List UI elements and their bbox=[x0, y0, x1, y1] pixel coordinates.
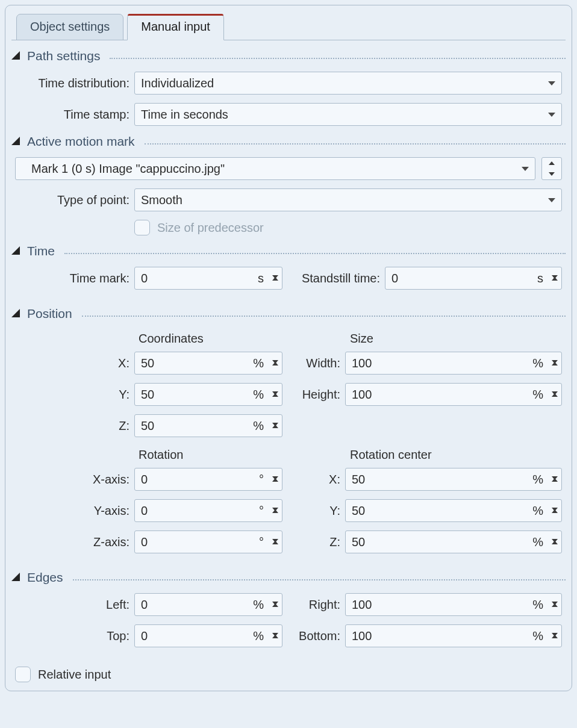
arrow-down-icon bbox=[552, 391, 558, 408]
tab-object-settings[interactable]: Object settings bbox=[16, 14, 123, 40]
rotcenter-x-input[interactable]: 50 % bbox=[345, 468, 562, 491]
step-down-button[interactable] bbox=[552, 543, 558, 556]
standstill-time-input[interactable]: 0 s bbox=[385, 267, 562, 290]
rotcenter-z-input[interactable]: 50 % bbox=[345, 530, 562, 553]
spin-value: 100 bbox=[352, 388, 529, 402]
height-label: Height: bbox=[295, 388, 345, 402]
size-header: Size bbox=[350, 332, 562, 346]
step-down-button[interactable] bbox=[552, 605, 558, 619]
step-down-button[interactable] bbox=[272, 636, 278, 650]
edge-bottom-input[interactable]: 100 % bbox=[345, 624, 562, 647]
relative-input-checkbox[interactable] bbox=[15, 667, 31, 682]
motion-mark-combo[interactable]: Mark 1 (0 s) Image "cappuccino.jpg" bbox=[15, 157, 535, 180]
edge-left-input[interactable]: 0 % bbox=[134, 593, 282, 616]
height-input[interactable]: 100 % bbox=[345, 383, 562, 406]
arrow-up-icon bbox=[549, 161, 555, 165]
spin-unit: % bbox=[253, 356, 266, 370]
spin-value: 50 bbox=[141, 388, 249, 402]
rot-x-label: X-axis: bbox=[15, 473, 134, 487]
spin-value: 50 bbox=[352, 504, 529, 518]
rot-y-label: Y-axis: bbox=[15, 504, 134, 518]
step-down-button[interactable] bbox=[272, 426, 278, 440]
time-mark-input[interactable]: 0 s bbox=[134, 267, 282, 290]
arrow-down-icon bbox=[552, 633, 558, 650]
step-up-button[interactable] bbox=[542, 158, 561, 169]
step-down-button[interactable] bbox=[552, 511, 558, 525]
step-down-button[interactable] bbox=[272, 605, 278, 619]
step-down-button[interactable] bbox=[552, 395, 558, 409]
time-stamp-combo[interactable]: Time in seconds bbox=[134, 103, 562, 126]
arrow-down-icon bbox=[272, 539, 278, 556]
step-down-button[interactable] bbox=[552, 480, 558, 494]
step-down-button[interactable] bbox=[552, 279, 558, 293]
section-path-settings-header[interactable]: Path settings bbox=[11, 49, 566, 63]
step-down-button[interactable] bbox=[272, 543, 278, 556]
rot-y-input[interactable]: 0 ° bbox=[134, 499, 282, 522]
section-position-header[interactable]: Position bbox=[11, 306, 566, 321]
size-of-predecessor-checkbox[interactable] bbox=[134, 220, 150, 235]
divider-dots bbox=[145, 143, 566, 145]
arrow-down-icon bbox=[272, 360, 278, 377]
step-down-button[interactable] bbox=[272, 395, 278, 409]
step-down-button[interactable] bbox=[272, 279, 278, 293]
rotcenter-y-label: Y: bbox=[295, 504, 345, 518]
spin-value: 100 bbox=[352, 598, 529, 612]
section-title: Position bbox=[27, 306, 72, 321]
section-time-header[interactable]: Time bbox=[11, 244, 566, 258]
motion-mark-stepper[interactable] bbox=[541, 157, 562, 180]
coord-x-input[interactable]: 50 % bbox=[134, 352, 282, 375]
step-down-button[interactable] bbox=[272, 511, 278, 525]
spin-value: 0 bbox=[141, 473, 255, 487]
edge-left-label: Left: bbox=[15, 598, 134, 612]
rot-z-input[interactable]: 0 ° bbox=[134, 530, 282, 553]
edge-right-label: Right: bbox=[295, 598, 345, 612]
spin-unit: % bbox=[253, 419, 266, 433]
spin-value: 0 bbox=[141, 535, 255, 549]
spin-value: 50 bbox=[141, 419, 249, 433]
tab-manual-input[interactable]: Manual input bbox=[127, 14, 224, 40]
type-of-point-combo[interactable]: Smooth bbox=[134, 188, 562, 211]
combo-value: Smooth bbox=[141, 193, 182, 207]
arrow-down-icon bbox=[552, 360, 558, 377]
size-of-predecessor-label: Size of predecessor bbox=[157, 221, 264, 235]
divider-dots bbox=[110, 58, 566, 59]
spin-unit: % bbox=[532, 629, 546, 643]
step-down-button[interactable] bbox=[272, 480, 278, 494]
spin-unit: % bbox=[532, 473, 546, 487]
edge-right-input[interactable]: 100 % bbox=[345, 593, 562, 616]
standstill-time-label: Standstill time: bbox=[295, 272, 385, 285]
rot-x-input[interactable]: 0 ° bbox=[134, 468, 282, 491]
time-mark-label: Time mark: bbox=[15, 272, 134, 285]
arrow-down-icon bbox=[272, 633, 278, 650]
collapse-icon bbox=[11, 309, 21, 319]
manual-input-panel: Object settings Manual input Path settin… bbox=[5, 5, 572, 691]
edge-bottom-label: Bottom: bbox=[295, 629, 345, 643]
coord-z-input[interactable]: 50 % bbox=[134, 414, 282, 437]
chevron-down-icon bbox=[548, 113, 555, 117]
edge-top-input[interactable]: 0 % bbox=[134, 624, 282, 647]
rotcenter-y-input[interactable]: 50 % bbox=[345, 499, 562, 522]
section-active-motion-mark-header[interactable]: Active motion mark bbox=[11, 134, 566, 149]
width-label: Width: bbox=[295, 356, 345, 370]
step-down-button[interactable] bbox=[272, 364, 278, 378]
step-down-button[interactable] bbox=[552, 364, 558, 378]
coord-x-label: X: bbox=[15, 356, 134, 370]
spin-unit: % bbox=[532, 598, 546, 612]
arrow-down-icon bbox=[272, 476, 278, 493]
chevron-down-icon bbox=[548, 81, 555, 86]
spin-value: 0 bbox=[141, 629, 249, 643]
spin-unit: % bbox=[253, 598, 266, 612]
combo-value: Time in seconds bbox=[141, 108, 228, 122]
time-distribution-combo[interactable]: Individualized bbox=[134, 72, 562, 95]
step-down-button[interactable] bbox=[552, 636, 558, 650]
coord-y-input[interactable]: 50 % bbox=[134, 383, 282, 406]
section-title: Path settings bbox=[27, 49, 100, 63]
arrow-down-icon bbox=[552, 508, 558, 524]
time-stamp-label: Time stamp: bbox=[15, 108, 134, 122]
section-title: Active motion mark bbox=[27, 134, 135, 149]
section-edges-header[interactable]: Edges bbox=[11, 570, 566, 585]
width-input[interactable]: 100 % bbox=[345, 352, 562, 375]
step-down-button[interactable] bbox=[542, 169, 561, 179]
tab-bar: Object settings Manual input bbox=[11, 14, 566, 40]
spin-unit: % bbox=[532, 535, 546, 549]
